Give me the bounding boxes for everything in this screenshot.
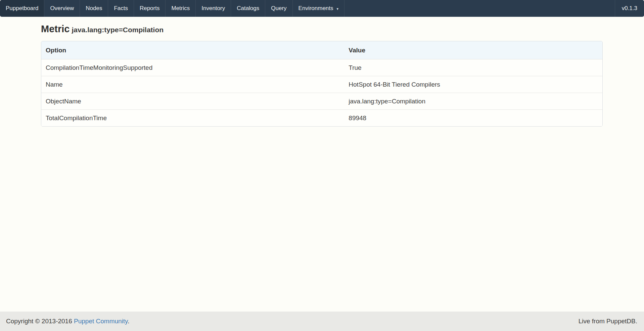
nav-item-metrics[interactable]: Metrics	[165, 0, 195, 17]
value-column-header: Value	[344, 41, 602, 59]
table-header-row: Option Value	[41, 41, 602, 59]
page-subtitle: java.lang:type=Compilation	[72, 26, 164, 34]
caret-down-icon: ▾	[337, 7, 339, 11]
version-label: v0.1.3	[615, 0, 644, 17]
option-column-header: Option	[41, 41, 344, 59]
table-row: TotalCompilationTime89948	[41, 110, 602, 127]
nav-item-inventory[interactable]: Inventory	[195, 0, 231, 17]
copyright-text: Copyright © 2013-2016 Puppet Community.	[6, 318, 129, 325]
nav-item-overview[interactable]: Overview	[44, 0, 80, 17]
nav-brand-puppetboard[interactable]: Puppetboard	[0, 0, 44, 17]
value-cell: java.lang:type=Compilation	[344, 93, 602, 110]
nav-item-catalogs[interactable]: Catalogs	[231, 0, 265, 17]
table-row: CompilationTimeMonitoringSupportedTrue	[41, 59, 602, 76]
nav-dropdown-environments[interactable]: Environments ▾	[292, 0, 344, 17]
copyright-suffix: .	[128, 318, 129, 325]
nav-items-group: OverviewNodesFactsReportsMetricsInventor…	[44, 0, 292, 17]
app-root: Puppetboard OverviewNodesFactsReportsMet…	[0, 0, 644, 331]
puppet-community-link[interactable]: Puppet Community	[74, 318, 128, 325]
option-cell: TotalCompilationTime	[41, 110, 344, 127]
option-cell: CompilationTimeMonitoringSupported	[41, 59, 344, 76]
nav-item-query[interactable]: Query	[265, 0, 292, 17]
nav-item-nodes[interactable]: Nodes	[80, 0, 108, 17]
page-title: Metricjava.lang:type=Compilation	[41, 23, 603, 36]
value-cell: HotSpot 64-Bit Tiered Compilers	[344, 76, 602, 93]
nav-item-facts[interactable]: Facts	[108, 0, 134, 17]
table-row: ObjectNamejava.lang:type=Compilation	[41, 93, 602, 110]
table-row: NameHotSpot 64-Bit Tiered Compilers	[41, 76, 602, 93]
page-footer: Copyright © 2013-2016 Puppet Community. …	[0, 312, 644, 331]
metric-table: Option Value CompilationTimeMonitoringSu…	[41, 41, 602, 126]
puppetdb-status-text: Live from PuppetDB.	[579, 318, 637, 325]
option-cell: Name	[41, 76, 344, 93]
value-cell: True	[344, 59, 602, 76]
nav-dropdown-label: Environments	[298, 5, 333, 12]
metric-table-container: Option Value CompilationTimeMonitoringSu…	[41, 41, 603, 127]
nav-item-reports[interactable]: Reports	[134, 0, 166, 17]
value-cell: 89948	[344, 110, 602, 127]
navbar-spacer	[344, 0, 615, 17]
page-title-text: Metric	[41, 23, 70, 34]
main-content: Metricjava.lang:type=Compilation Option …	[0, 17, 644, 312]
top-navbar: Puppetboard OverviewNodesFactsReportsMet…	[0, 0, 644, 17]
copyright-prefix: Copyright © 2013-2016	[6, 318, 74, 325]
option-cell: ObjectName	[41, 93, 344, 110]
